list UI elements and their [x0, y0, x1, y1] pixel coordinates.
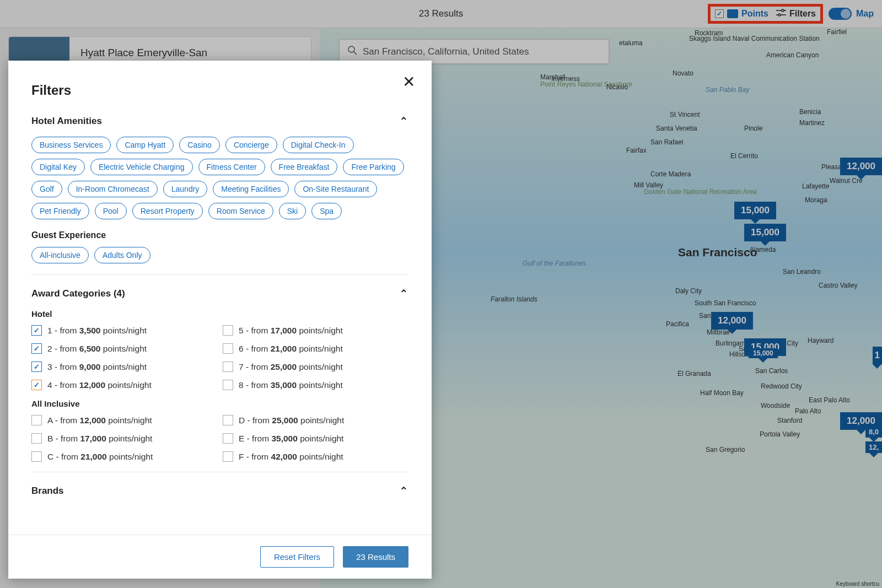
amenity-chip[interactable]: Room Service: [208, 203, 273, 219]
amenity-chip[interactable]: Digital Check-In: [283, 137, 354, 153]
hotel-sub: Hotel: [31, 309, 408, 319]
amenities-title: Hotel Amenities: [31, 116, 102, 127]
checkbox[interactable]: ✓: [31, 380, 42, 390]
award-level-label: 6 - from 21,000 points/night: [239, 344, 343, 354]
award-level-label: C - from 21,000 points/night: [47, 452, 153, 462]
amenity-chip[interactable]: Fitness Center: [198, 159, 265, 175]
award-level-label: A - from 12,000 points/night: [47, 416, 152, 425]
checkbox[interactable]: [223, 380, 233, 390]
amenity-chip[interactable]: Pool: [95, 203, 127, 219]
award-level-row[interactable]: 5 - from 17,000 points/night: [223, 325, 408, 336]
brands-header[interactable]: Brands ⌃: [31, 484, 408, 498]
checkbox[interactable]: ✓: [31, 362, 42, 372]
award-level-label: 3 - from 9,000 points/night: [47, 362, 147, 372]
award-level-row[interactable]: F - from 42,000 points/night: [223, 451, 408, 462]
amenity-chip[interactable]: In-Room Chromecast: [68, 181, 158, 197]
award-level-label: 1 - from 3,500 points/night: [47, 326, 147, 336]
amenity-chip[interactable]: Digital Key: [31, 159, 85, 175]
brands-title: Brands: [31, 485, 64, 497]
amenity-chip[interactable]: Meeting Facilities: [213, 181, 289, 197]
divider: [31, 274, 408, 275]
filters-modal: ✕ Filters Hotel Amenities ⌃ Business Ser…: [8, 61, 432, 579]
amenity-chip[interactable]: Ski: [279, 203, 306, 219]
all-inclusive-grid: A - from 12,000 points/nightD - from 25,…: [31, 415, 408, 462]
guest-exp-chips: All-inclusiveAdults Only: [31, 247, 408, 263]
checkbox[interactable]: [223, 362, 233, 372]
award-level-row[interactable]: ✓3 - from 9,000 points/night: [31, 362, 217, 372]
award-level-label: D - from 25,000 points/night: [239, 416, 344, 425]
checkbox[interactable]: [223, 433, 233, 444]
amenity-chip[interactable]: Golf: [31, 181, 62, 197]
amenity-chip[interactable]: Free Breakfast: [271, 159, 338, 175]
all-inclusive-sub: All Inclusive: [31, 399, 408, 408]
amenity-chip[interactable]: Camp Hyatt: [116, 137, 174, 153]
award-level-row[interactable]: 7 - from 25,000 points/night: [223, 362, 408, 372]
chevron-up-icon: ⌃: [399, 287, 408, 300]
checkbox[interactable]: [31, 451, 42, 462]
checkbox[interactable]: [223, 415, 233, 425]
modal-footer: Reset Filters 23 Results: [8, 535, 432, 579]
award-level-row[interactable]: E - from 35,000 points/night: [223, 433, 408, 444]
checkbox[interactable]: [31, 433, 42, 444]
award-level-row[interactable]: ✓2 - from 6,500 points/night: [31, 343, 217, 354]
guest-exp-chip[interactable]: Adults Only: [94, 247, 150, 263]
checkbox[interactable]: [223, 325, 233, 336]
award-level-row[interactable]: B - from 17,000 points/night: [31, 433, 217, 444]
checkbox[interactable]: ✓: [31, 343, 42, 354]
amenity-chip[interactable]: Laundry: [163, 181, 208, 197]
amenities-chips: Business ServicesCamp HyattCasinoConcier…: [31, 137, 408, 219]
award-level-row[interactable]: A - from 12,000 points/night: [31, 415, 217, 425]
amenity-chip[interactable]: Spa: [311, 203, 342, 219]
close-icon[interactable]: ✕: [402, 73, 415, 91]
amenity-chip[interactable]: Concierge: [225, 137, 277, 153]
award-level-label: B - from 17,000 points/night: [47, 434, 152, 444]
checkbox[interactable]: [31, 415, 42, 425]
award-title: Award Categories (4): [31, 288, 125, 299]
hotel-levels-grid: ✓1 - from 3,500 points/night5 - from 17,…: [31, 325, 408, 390]
award-level-row[interactable]: C - from 21,000 points/night: [31, 451, 217, 462]
amenity-chip[interactable]: Electric Vehicle Charging: [90, 159, 193, 175]
amenity-chip[interactable]: Business Services: [31, 137, 111, 153]
guest-exp-chip[interactable]: All-inclusive: [31, 247, 89, 263]
award-level-label: 8 - from 35,000 points/night: [239, 380, 343, 390]
amenity-chip[interactable]: Resort Property: [132, 203, 203, 219]
award-level-label: 2 - from 6,500 points/night: [47, 344, 147, 354]
award-level-label: F - from 42,000 points/night: [239, 452, 343, 462]
checkbox[interactable]: [223, 343, 233, 354]
award-level-row[interactable]: ✓1 - from 3,500 points/night: [31, 325, 217, 336]
award-level-row[interactable]: 8 - from 35,000 points/night: [223, 380, 408, 390]
amenities-header[interactable]: Hotel Amenities ⌃: [31, 115, 408, 128]
award-level-row[interactable]: D - from 25,000 points/night: [223, 415, 408, 425]
amenity-chip[interactable]: Pet Friendly: [31, 203, 89, 219]
apply-filters-button[interactable]: 23 Results: [343, 546, 408, 568]
divider: [31, 472, 408, 472]
guest-exp-title: Guest Experience: [31, 230, 408, 240]
award-header[interactable]: Award Categories (4) ⌃: [31, 287, 408, 300]
checkbox[interactable]: ✓: [31, 325, 42, 336]
reset-filters-button[interactable]: Reset Filters: [260, 546, 334, 568]
amenity-chip[interactable]: Casino: [179, 137, 220, 153]
award-level-label: 5 - from 17,000 points/night: [239, 326, 343, 336]
award-level-label: 4 - from 12,000 points/night: [47, 380, 152, 390]
filters-scroll[interactable]: ✕ Filters Hotel Amenities ⌃ Business Ser…: [8, 61, 432, 535]
chevron-up-icon: ⌃: [399, 115, 408, 128]
amenity-chip[interactable]: Free Parking: [343, 159, 404, 175]
modal-title: Filters: [31, 83, 408, 98]
award-level-row[interactable]: 6 - from 21,000 points/night: [223, 343, 408, 354]
checkbox[interactable]: [223, 451, 233, 462]
award-level-label: 7 - from 25,000 points/night: [239, 362, 343, 372]
amenity-chip[interactable]: On-Site Restaurant: [294, 181, 377, 197]
chevron-up-icon: ⌃: [399, 484, 408, 498]
award-level-row[interactable]: ✓4 - from 12,000 points/night: [31, 380, 217, 390]
award-level-label: E - from 35,000 points/night: [239, 434, 343, 444]
